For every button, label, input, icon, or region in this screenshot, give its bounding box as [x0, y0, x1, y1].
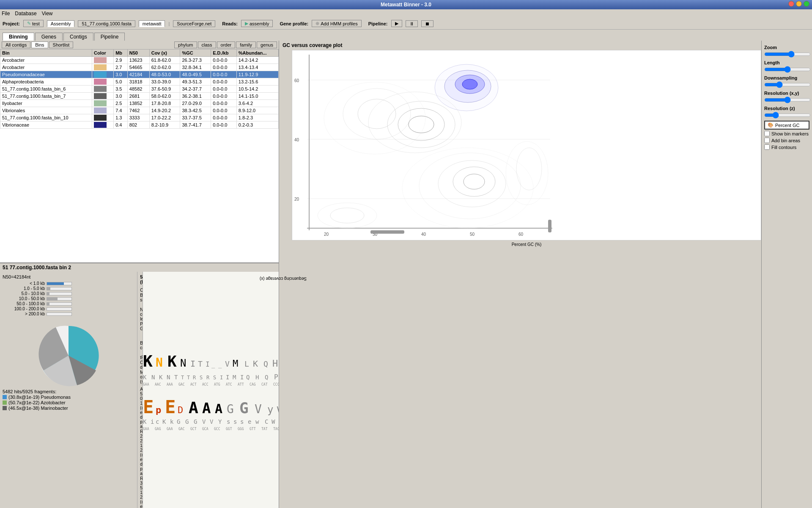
svg-text:ATT: ATT — [238, 383, 244, 387]
reads-button[interactable]: ▶ assembly — [241, 20, 273, 27]
size-bar-container — [47, 297, 72, 301]
fill-contours-checkbox[interactable] — [764, 144, 770, 150]
cell-cov: 17.0-22.2 — [149, 114, 180, 121]
length-label: Length — [764, 60, 809, 65]
col-cov[interactable]: Cov (x) — [149, 50, 180, 57]
sourceforge-tab[interactable]: SourceForge.net — [173, 20, 215, 27]
n50-info-label: N50 contig length: — [140, 307, 143, 321]
size-label: 10.0 - 50.0 kb — [3, 296, 45, 301]
resolution-z-slider[interactable] — [764, 112, 811, 119]
zoom-slider[interactable] — [764, 51, 811, 58]
svg-text:V: V — [255, 402, 262, 416]
contigs-label: Contigs: — [140, 288, 143, 293]
table-row[interactable]: Arcobacter 2.7 54665 62.0-62.0 32.8-34.1… — [0, 64, 279, 71]
filter-phylum[interactable]: phylum — [174, 41, 197, 48]
cell-color — [92, 86, 114, 93]
cell-mb: 2.7 — [114, 64, 128, 71]
percent-gc-button[interactable]: 🎨 Percent GC — [764, 121, 809, 130]
tab-binning[interactable]: Binning — [3, 33, 34, 41]
filter-class[interactable]: class — [198, 41, 216, 48]
col-abund[interactable]: %Abundan... — [236, 50, 278, 57]
svg-text:G: G — [177, 418, 180, 425]
table-row[interactable]: 51_77.contig.1000.fasta_bin_6 3.5 48582 … — [0, 86, 279, 93]
cell-n50: 42184 — [127, 71, 149, 78]
tab-contigs[interactable]: Contigs — [63, 33, 93, 41]
zoom-slider-container — [764, 51, 809, 58]
cell-bin: Vibrionaceae — [0, 121, 92, 129]
bottom-panel: 51 77.contig.1000.fasta bin 2 N50=42184n… — [0, 262, 279, 508]
sequence-logo-scroll[interactable]: K N K N I T I _ _ V M L — [143, 272, 279, 508]
cell-ed: 0.0-0.0 — [211, 57, 237, 64]
cell-bin: 51_77.contig.1000.fasta_bin_10 — [0, 114, 92, 121]
filter-all-contigs[interactable]: All contigs — [2, 41, 30, 48]
filter-genus[interactable]: genus — [257, 41, 277, 48]
assembly-file-tab[interactable]: 51_77.contig.1000.fasta — [78, 20, 135, 27]
table-row[interactable]: Arcobacter 2.9 13623 61.8-62.0 26.3-27.3… — [0, 57, 279, 64]
svg-point-152 — [318, 203, 377, 228]
col-ed[interactable]: E.D./kb — [211, 50, 237, 57]
cell-mb: 2.5 — [114, 100, 128, 107]
add-profiles-label: Add HMM profiles — [321, 21, 357, 26]
close-button[interactable] — [788, 1, 794, 7]
svg-point-147 — [453, 167, 495, 196]
table-row[interactable]: Ilyobacter 2.5 13852 17.8-20.8 27.0-29.0… — [0, 100, 279, 107]
table-row[interactable]: Vibrionaceae 0.4 802 8.2-10.9 38.7-41.7 … — [0, 121, 279, 129]
show-bin-markers-checkbox[interactable] — [764, 131, 770, 136]
menu-database[interactable]: Database — [15, 11, 36, 17]
table-row[interactable]: 51_77.contig.1000.fasta_bin_7 3.0 2681 5… — [0, 93, 279, 100]
cell-cov: 33.0-39.0 — [149, 78, 180, 86]
hit-item: (30.8x@1e-19) Pseudomonas — [3, 395, 134, 400]
filter-family[interactable]: family — [236, 41, 256, 48]
filter-order[interactable]: order — [217, 41, 236, 48]
col-gc[interactable]: %GC — [180, 50, 211, 57]
cell-gc: 38.3-42.5 — [180, 107, 211, 114]
pipeline-pause[interactable]: ⏸ — [406, 20, 418, 27]
svg-text:p: p — [156, 405, 161, 415]
window-controls — [788, 1, 809, 7]
svg-text:K: K — [143, 352, 153, 370]
resolution-xy-slider[interactable] — [764, 97, 811, 103]
filter-shortlist[interactable]: Shortlist — [49, 41, 74, 48]
col-mb[interactable]: Mb — [114, 50, 128, 57]
menu-view[interactable]: View — [42, 11, 53, 17]
metawatt-tab[interactable]: metawatt — [139, 20, 165, 27]
size-bar — [47, 298, 58, 300]
table-row[interactable]: Pseudomonadaceae 3.0 42184 48.0-53.0 48.… — [0, 71, 279, 78]
pipeline-stop[interactable]: ⏹ — [421, 20, 433, 27]
length-slider[interactable] — [764, 66, 811, 73]
cell-cov: 58.0-62.0 — [149, 93, 180, 100]
cell-n50: 3333 — [127, 114, 149, 121]
col-bin[interactable]: Bin — [0, 50, 92, 57]
coding-label: Coding density: — [140, 360, 143, 370]
cell-bin: Arcobacter — [0, 64, 92, 71]
svg-text:N: N — [156, 356, 163, 370]
svg-text:P: P — [274, 373, 278, 381]
gc-coverage-plot[interactable]: 60 40 20 20 30 40 50 60 — [292, 50, 761, 240]
add-profiles-button[interactable]: ⊕ Add HMM profiles — [312, 20, 361, 27]
assembly-tab[interactable]: Assembly — [47, 20, 75, 27]
col-color[interactable]: Color — [92, 50, 114, 57]
pipeline-play[interactable]: ▶ — [391, 20, 402, 27]
maximize-button[interactable] — [804, 1, 809, 7]
tab-pipeline[interactable]: Pipeline — [94, 33, 125, 41]
table-row[interactable]: 51_77.contig.1000.fasta_bin_10 1.3 3333 … — [0, 114, 279, 121]
menu-file[interactable]: File — [2, 11, 10, 17]
project-tab[interactable]: ✎ test — [23, 20, 44, 27]
minimize-button[interactable] — [796, 1, 802, 7]
n50-label: N50=42184nt — [3, 274, 134, 279]
cell-color — [92, 93, 114, 100]
tab-genes[interactable]: Genes — [35, 33, 63, 41]
fill-contours-label: Fill contours — [771, 145, 796, 150]
svg-text:w: w — [255, 418, 259, 425]
size-label: 5.0 - 10.0 kb — [3, 291, 45, 296]
add-bin-areas-checkbox[interactable] — [764, 138, 770, 143]
table-row[interactable]: Vibrionales 7.4 7462 14.9-20.2 38.3-42.5… — [0, 107, 279, 114]
svg-point-142 — [409, 116, 434, 133]
col-n50[interactable]: N50 — [127, 50, 149, 57]
svg-text:s: s — [240, 418, 244, 425]
table-row[interactable]: Alphaproteobacteria 5.0 31818 33.0-39.0 … — [0, 78, 279, 86]
svg-text:C: C — [265, 418, 268, 425]
downsampling-slider[interactable] — [764, 81, 811, 88]
svg-text:E: E — [143, 397, 154, 417]
filter-bins[interactable]: Bins — [31, 41, 48, 48]
